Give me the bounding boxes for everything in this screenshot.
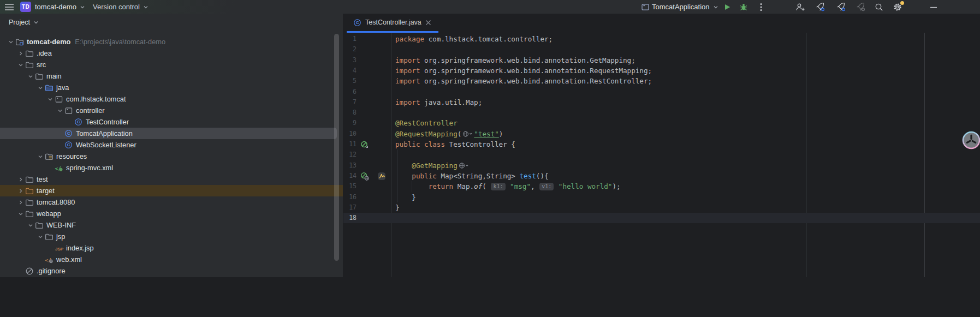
project-selector[interactable]: tomcat-demo (35, 0, 86, 14)
settings-button[interactable] (892, 0, 903, 14)
line-number[interactable]: 3 (343, 55, 357, 65)
chevron-down-icon[interactable] (35, 82, 45, 93)
tree-item-label: TestController (86, 118, 129, 126)
chevron-down-icon[interactable] (6, 36, 15, 47)
chevron-down-icon[interactable] (16, 208, 25, 219)
code-line-5[interactable]: 5import org.springframework.web.bind.ann… (343, 76, 980, 86)
chevron-right-icon[interactable] (16, 185, 25, 196)
url-mapping-inlay-icon[interactable] (459, 162, 469, 169)
tree-item-webapp[interactable]: webapp (0, 208, 343, 219)
chevron-down-icon[interactable] (35, 231, 45, 242)
code-line-17[interactable]: 17} (343, 202, 980, 213)
line-number[interactable]: 1 (343, 34, 357, 44)
tree-item--idea[interactable]: .idea (0, 47, 343, 59)
tree-item-test[interactable]: test (0, 174, 343, 185)
tree-item-index-jsp[interactable]: JSPindex.jsp (0, 242, 343, 254)
deploy-rocket-button-2[interactable] (835, 0, 846, 14)
code-line-7[interactable]: 7import java.util.Map; (343, 97, 980, 107)
chevron-down-icon[interactable] (45, 93, 55, 105)
chevron-right-icon[interactable] (16, 196, 25, 208)
spring-mvc-globe-icon[interactable] (360, 172, 369, 181)
line-number[interactable]: 16 (343, 192, 357, 202)
code-line-13[interactable]: 13 @GetMapping (343, 160, 980, 171)
code-line-9[interactable]: 9@RestController (343, 118, 980, 128)
run-configuration-label: TomcatApplication (652, 3, 710, 11)
line-number[interactable]: 15 (343, 181, 357, 192)
close-icon[interactable] (425, 20, 431, 26)
tree-item--gitignore[interactable]: .gitignore (0, 265, 343, 277)
chevron-right-icon[interactable] (16, 174, 25, 185)
line-number[interactable]: 5 (343, 76, 357, 86)
code-line-11[interactable]: 11public class TestController { (343, 139, 980, 149)
project-panel-header[interactable]: Project (9, 19, 39, 26)
minimize-window-button[interactable] (928, 0, 939, 14)
code-line-12[interactable]: 12 (343, 149, 980, 160)
editor-area[interactable]: C TestController.java 1package com.lhsta… (343, 14, 980, 277)
tree-item-testcontroller[interactable]: CTestController (0, 116, 343, 128)
line-number[interactable]: 12 (343, 149, 357, 160)
tree-item-web-xml[interactable]: </web.xml (0, 254, 343, 265)
tree-item-target[interactable]: target (0, 185, 343, 196)
chevron-right-icon[interactable] (16, 47, 25, 59)
tree-item-src[interactable]: src (0, 59, 343, 70)
line-number[interactable]: 6 (343, 87, 357, 97)
line-number[interactable]: 10 (343, 129, 357, 139)
search-everywhere-button[interactable] (874, 0, 884, 14)
tree-item-tomcatapplication[interactable]: CTomcatApplication (0, 128, 337, 139)
project-badge[interactable]: TD (20, 2, 31, 12)
code-line-2[interactable]: 2 (343, 44, 980, 55)
tree-item-controller[interactable]: controller (0, 105, 343, 116)
tree-item-websocketlistener[interactable]: CWebSocketListener (0, 139, 343, 151)
code-line-8[interactable]: 8 (343, 107, 980, 118)
chevron-down-icon[interactable] (55, 105, 64, 116)
chevron-down-icon[interactable] (26, 219, 35, 231)
api-icon[interactable] (377, 172, 386, 181)
code-token: "test" (474, 130, 499, 138)
code-line-6[interactable]: 6 (343, 87, 980, 97)
code-line-18[interactable]: 18 (343, 213, 980, 223)
line-number[interactable]: 17 (343, 202, 357, 213)
main-menu-button[interactable] (4, 0, 14, 14)
code-line-1[interactable]: 1package com.lhstack.tomcat.controller; (343, 34, 980, 44)
ai-assistant-floating-button[interactable] (962, 131, 980, 149)
tree-item-tomcat-demo[interactable]: tomcat-demoE:\projects\java\tomcat-demo (0, 36, 343, 47)
code-line-16[interactable]: 16 } (343, 192, 980, 202)
code-line-10[interactable]: 10@RequestMapping("test") (343, 129, 980, 139)
code-line-15[interactable]: 15 return Map.of( k1: "msg", v1: "hello … (343, 181, 980, 192)
line-number[interactable]: 11 (343, 139, 357, 149)
url-mapping-inlay-icon[interactable] (462, 130, 473, 137)
code-line-14[interactable]: 14 public Map<String,String> test(){ (343, 171, 980, 181)
line-number[interactable]: 2 (343, 44, 357, 55)
line-number[interactable]: 7 (343, 97, 357, 107)
editor-tab-testcontroller[interactable]: C TestController.java (347, 14, 438, 31)
project-tree-scrollbar[interactable] (334, 34, 339, 261)
more-actions-button[interactable] (756, 0, 767, 14)
debug-button[interactable] (738, 0, 749, 14)
line-number[interactable]: 8 (343, 107, 357, 118)
tree-item-tomcat-8080[interactable]: tomcat.8080 (0, 196, 343, 208)
tree-item-com-lhstack-tomcat[interactable]: com.lhstack.tomcat (0, 93, 343, 105)
deploy-rocket-button-1[interactable] (815, 0, 825, 14)
line-number[interactable]: 9 (343, 118, 357, 128)
code-line-4[interactable]: 4import org.springframework.web.bind.ann… (343, 65, 980, 76)
spring-bean-icon[interactable] (360, 140, 369, 148)
tree-item-web-inf[interactable]: WEB-INF (0, 219, 343, 231)
code-line-3[interactable]: 3import org.springframework.web.bind.ann… (343, 55, 980, 65)
chevron-down-icon[interactable] (35, 151, 45, 162)
tree-item-java[interactable]: java (0, 82, 343, 93)
tree-item-spring-mvc-xml[interactable]: </spring-mvc.xml (0, 162, 343, 174)
line-number[interactable]: 13 (343, 160, 357, 171)
tree-item-resources[interactable]: resources (0, 151, 343, 162)
tree-item-main[interactable]: main (0, 70, 343, 82)
chevron-down-icon[interactable] (16, 59, 25, 70)
line-number[interactable]: 14 (343, 171, 357, 181)
tree-item-jsp[interactable]: jsp (0, 231, 343, 242)
version-control-menu[interactable]: Version control (93, 0, 149, 14)
chevron-down-icon[interactable] (26, 70, 35, 82)
line-number[interactable]: 4 (343, 65, 357, 76)
run-configuration-selector[interactable]: TomcatApplication (652, 0, 719, 14)
run-button[interactable] (722, 0, 733, 14)
code-with-me-button[interactable] (795, 0, 806, 14)
line-number[interactable]: 18 (343, 213, 357, 223)
code-token (554, 182, 559, 190)
